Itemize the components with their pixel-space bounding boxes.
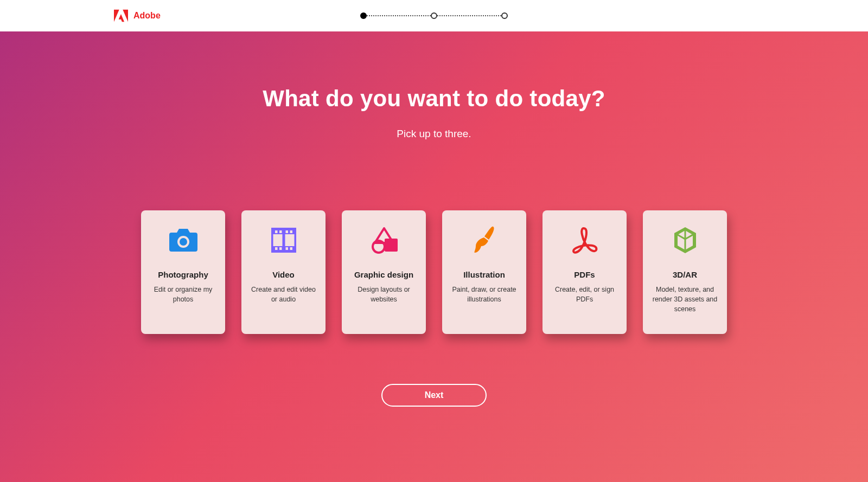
step-connector bbox=[437, 15, 501, 16]
header-bar: Adobe bbox=[0, 0, 868, 31]
acrobat-icon bbox=[570, 226, 599, 255]
brand-logo[interactable]: Adobe bbox=[114, 9, 161, 22]
svg-rect-10 bbox=[275, 247, 278, 250]
adobe-logo-icon bbox=[114, 9, 128, 22]
card-title: Illustration bbox=[463, 270, 505, 279]
card-title: 3D/AR bbox=[673, 270, 697, 279]
brush-icon bbox=[470, 226, 499, 255]
card-video[interactable]: Video Create and edit video or audio bbox=[241, 210, 326, 334]
svg-rect-9 bbox=[290, 230, 292, 233]
hero-section: What do you want to do today? Pick up to… bbox=[0, 31, 868, 482]
svg-rect-13 bbox=[290, 247, 292, 250]
card-title: Graphic design bbox=[354, 270, 413, 279]
step-dot-2 bbox=[431, 12, 437, 19]
card-title: PDFs bbox=[574, 270, 595, 279]
step-connector bbox=[367, 15, 431, 16]
card-title: Photography bbox=[158, 270, 208, 279]
card-desc: Create, edit, or sign PDFs bbox=[550, 285, 619, 304]
svg-point-1 bbox=[180, 238, 187, 246]
next-button-label: Next bbox=[425, 390, 444, 400]
svg-rect-14 bbox=[385, 239, 398, 252]
card-title: Video bbox=[272, 270, 295, 279]
card-3d-ar[interactable]: 3D/AR Model, texture, and render 3D asse… bbox=[643, 210, 727, 334]
card-desc: Edit or organize my photos bbox=[149, 285, 218, 304]
page-heading: What do you want to do today? bbox=[263, 86, 605, 112]
card-graphic-design[interactable]: Graphic design Design layouts or website… bbox=[342, 210, 426, 334]
step-dot-1 bbox=[360, 12, 367, 19]
svg-rect-7 bbox=[279, 230, 282, 233]
film-icon bbox=[269, 226, 298, 255]
progress-stepper bbox=[360, 12, 508, 19]
page-subheading: Pick up to three. bbox=[397, 128, 471, 140]
cube-icon bbox=[671, 226, 700, 255]
card-desc: Create and edit video or audio bbox=[249, 285, 318, 304]
card-desc: Model, texture, and render 3D assets and… bbox=[650, 285, 719, 314]
shapes-icon bbox=[369, 226, 399, 255]
option-cards: Photography Edit or organize my photos bbox=[141, 210, 727, 334]
card-illustration[interactable]: Illustration Paint, draw, or create illu… bbox=[442, 210, 526, 334]
card-pdfs[interactable]: PDFs Create, edit, or sign PDFs bbox=[542, 210, 627, 334]
brand-name: Adobe bbox=[133, 11, 161, 21]
card-desc: Paint, draw, or create illustrations bbox=[450, 285, 519, 304]
camera-icon bbox=[169, 226, 198, 255]
svg-rect-8 bbox=[285, 230, 288, 233]
svg-rect-12 bbox=[285, 247, 288, 250]
svg-rect-6 bbox=[275, 230, 278, 233]
step-dot-3 bbox=[501, 12, 508, 19]
next-button[interactable]: Next bbox=[381, 384, 487, 407]
card-desc: Design layouts or websites bbox=[349, 285, 418, 304]
card-photography[interactable]: Photography Edit or organize my photos bbox=[141, 210, 225, 334]
svg-rect-11 bbox=[279, 247, 282, 250]
